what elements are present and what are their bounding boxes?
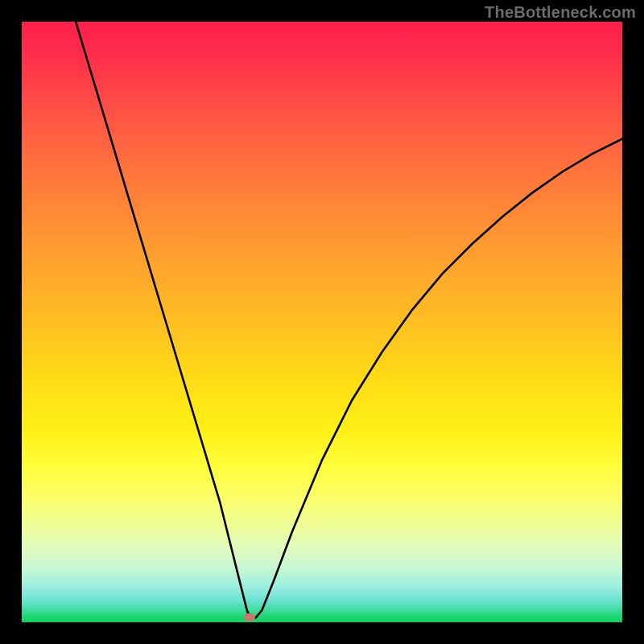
chart-frame: TheBottleneck.com bbox=[0, 0, 644, 644]
watermark-label: TheBottleneck.com bbox=[485, 3, 636, 22]
optimal-marker-icon bbox=[244, 613, 255, 621]
plot-area bbox=[22, 22, 622, 622]
bottleneck-curve bbox=[22, 22, 622, 622]
